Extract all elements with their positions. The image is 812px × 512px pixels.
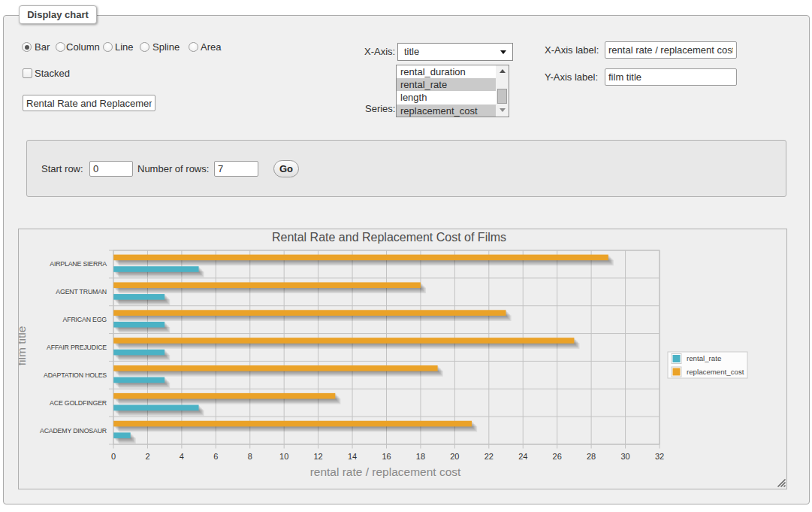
svg-text:24: 24 xyxy=(518,452,527,461)
svg-text:6: 6 xyxy=(213,452,218,461)
svg-text:AFRICAN EGG: AFRICAN EGG xyxy=(63,316,107,323)
svg-text:16: 16 xyxy=(382,452,391,461)
svg-text:32: 32 xyxy=(655,452,664,461)
svg-text:10: 10 xyxy=(279,452,288,461)
svg-text:ACADEMY DINOSAUR: ACADEMY DINOSAUR xyxy=(40,427,107,435)
svg-text:4: 4 xyxy=(180,452,184,461)
svg-text:film title: film title xyxy=(19,326,28,366)
svg-text:8: 8 xyxy=(248,452,252,461)
svg-text:replacement_cost: replacement_cost xyxy=(687,368,744,376)
svg-text:AFFAIR PREJUDICE: AFFAIR PREJUDICE xyxy=(47,344,107,351)
svg-text:18: 18 xyxy=(416,452,425,461)
svg-text:30: 30 xyxy=(620,452,629,461)
svg-text:rental_rate: rental_rate xyxy=(687,354,721,362)
svg-text:14: 14 xyxy=(348,452,357,461)
svg-text:22: 22 xyxy=(484,452,494,461)
svg-text:28: 28 xyxy=(587,452,596,461)
svg-text:2: 2 xyxy=(145,452,149,461)
svg-text:12: 12 xyxy=(313,452,322,461)
svg-text:ACE GOLDFINGER: ACE GOLDFINGER xyxy=(50,399,107,407)
svg-text:rental rate / replacement cost: rental rate / replacement cost xyxy=(310,465,461,478)
svg-text:20: 20 xyxy=(450,452,459,461)
svg-text:26: 26 xyxy=(553,452,562,461)
svg-text:AIRPLANE SIERRA: AIRPLANE SIERRA xyxy=(50,260,107,268)
svg-text:AGENT TRUMAN: AGENT TRUMAN xyxy=(56,288,107,295)
svg-text:Rental Rate and Replacement Co: Rental Rate and Replacement Cost of Film… xyxy=(272,231,506,244)
svg-text:ADAPTATION HOLES: ADAPTATION HOLES xyxy=(44,371,107,379)
svg-text:0: 0 xyxy=(111,452,116,461)
